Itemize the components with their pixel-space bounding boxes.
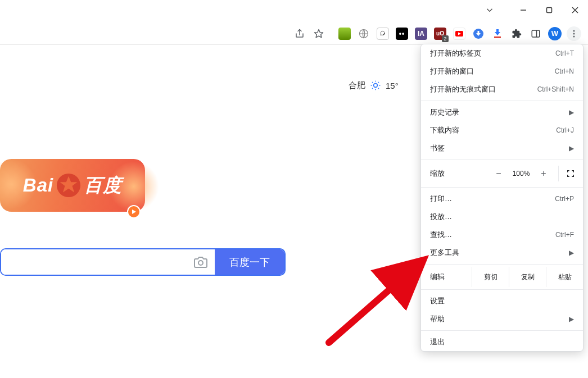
svg-point-30 <box>198 261 203 265</box>
menu-downloads[interactable]: 下载内容 Ctrl+J <box>421 121 583 139</box>
baidu-logo[interactable]: Bai 百度 <box>0 159 145 212</box>
chevron-right-icon: ▶ <box>569 315 574 323</box>
profile-avatar[interactable]: W <box>548 26 562 41</box>
chevron-right-icon: ▶ <box>569 108 574 116</box>
camera-icon[interactable] <box>187 249 215 275</box>
menu-label: 编辑 <box>421 267 472 287</box>
bookmark-star-icon[interactable] <box>311 26 326 41</box>
svg-point-18 <box>374 84 378 88</box>
menu-new-tab[interactable]: 打开新的标签页 Ctrl+T <box>421 44 583 62</box>
fullscreen-button[interactable] <box>558 166 576 181</box>
maximize-button[interactable] <box>536 0 562 20</box>
play-icon[interactable] <box>127 205 141 218</box>
menu-new-incognito[interactable]: 打开新的无痕式窗口 Ctrl+Shift+N <box>421 80 583 98</box>
extensions-puzzle-icon[interactable] <box>509 26 524 41</box>
svg-point-17 <box>573 35 575 37</box>
zoom-out-button[interactable]: − <box>490 166 508 181</box>
menu-zoom: 缩放 − 100% + <box>421 162 583 185</box>
menu-label: 查找… <box>430 230 452 240</box>
menu-separator <box>421 187 583 188</box>
extension-ublock-icon[interactable]: uO2 <box>433 26 447 41</box>
extension-download-circle-icon[interactable] <box>471 26 486 41</box>
weather-widget[interactable]: 合肥 15° <box>349 80 399 91</box>
menu-more-tools[interactable]: 更多工具 ▶ <box>421 244 583 262</box>
menu-separator <box>421 289 583 290</box>
extension-download-arrow-icon[interactable] <box>490 26 505 41</box>
minimize-button[interactable] <box>510 0 536 20</box>
menu-settings[interactable]: 设置 <box>421 292 583 310</box>
edit-paste-button[interactable]: 粘贴 <box>546 267 583 287</box>
browser-toolbar: •• IA uO2 W <box>0 22 588 45</box>
star-icon <box>56 172 82 198</box>
menu-label: 书签 <box>430 143 445 153</box>
menu-shortcut: Ctrl+T <box>555 49 574 57</box>
menu-help[interactable]: 帮助 ▶ <box>421 310 583 328</box>
more-menu-button[interactable] <box>567 26 581 41</box>
browser-main-menu: 打开新的标签页 Ctrl+T 打开新的窗口 Ctrl+N 打开新的无痕式窗口 C… <box>420 44 584 352</box>
extension-globe-icon[interactable] <box>356 26 371 41</box>
menu-shortcut: Ctrl+P <box>555 195 574 203</box>
menu-shortcut: Ctrl+J <box>556 126 574 134</box>
menu-label: 帮助 <box>430 314 445 324</box>
menu-shortcut: Ctrl+F <box>555 231 574 239</box>
extension-ia-icon[interactable]: IA <box>414 26 428 41</box>
menu-label: 下载内容 <box>430 125 459 135</box>
menu-exit[interactable]: 退出 <box>421 333 583 351</box>
menu-label: 退出 <box>430 337 445 347</box>
chevron-right-icon: ▶ <box>569 249 574 257</box>
menu-label: 打印… <box>430 194 452 204</box>
svg-rect-1 <box>547 8 552 13</box>
window-controls <box>477 0 588 20</box>
baidu-logo-right: 百度 <box>84 173 122 198</box>
menu-label: 更多工具 <box>430 248 459 258</box>
sun-icon <box>370 80 381 91</box>
svg-line-32 <box>329 264 419 343</box>
side-panel-icon[interactable] <box>528 26 543 41</box>
baidu-logo-left: Bai <box>23 175 53 196</box>
share-icon[interactable] <box>292 26 307 41</box>
menu-separator <box>421 101 583 101</box>
extension-badge: 2 <box>442 35 449 42</box>
svg-marker-29 <box>132 210 136 214</box>
menu-label: 打开新的窗口 <box>430 66 474 76</box>
menu-history[interactable]: 历史记录 ▶ <box>421 103 583 121</box>
search-input[interactable] <box>1 249 187 275</box>
extension-youtube-icon[interactable] <box>452 26 467 41</box>
menu-label: 设置 <box>430 296 445 306</box>
menu-shortcut: Ctrl+N <box>555 67 574 75</box>
svg-rect-13 <box>532 30 540 37</box>
menu-new-window[interactable]: 打开新的窗口 Ctrl+N <box>421 62 583 80</box>
svg-line-25 <box>372 88 373 89</box>
menu-print[interactable]: 打印… Ctrl+P <box>421 190 583 208</box>
svg-line-22 <box>378 88 379 89</box>
menu-edit: 编辑 剪切 复制 粘贴 <box>421 267 583 287</box>
tab-dropdown-button[interactable] <box>477 0 503 20</box>
search-button[interactable]: 百度一下 <box>215 249 284 275</box>
svg-marker-5 <box>315 29 323 37</box>
extension-chat-icon[interactable] <box>376 26 390 41</box>
extension-gallery-icon[interactable] <box>337 26 352 41</box>
edit-cut-button[interactable]: 剪切 <box>472 267 509 287</box>
svg-rect-12 <box>494 37 501 38</box>
edit-copy-button[interactable]: 复制 <box>509 267 546 287</box>
menu-label: 打开新的无痕式窗口 <box>430 84 496 94</box>
extension-dots-icon[interactable]: •• <box>395 26 409 41</box>
svg-marker-11 <box>495 29 500 35</box>
menu-cast[interactable]: 投放… <box>421 208 583 226</box>
weather-temp: 15° <box>386 81 399 90</box>
svg-point-16 <box>573 33 575 34</box>
search-bar: 百度一下 <box>0 248 286 276</box>
zoom-in-button[interactable]: + <box>535 166 553 181</box>
menu-find[interactable]: 查找… Ctrl+F <box>421 226 583 244</box>
zoom-value: 100% <box>508 170 535 177</box>
svg-line-21 <box>372 82 373 83</box>
menu-label: 缩放 <box>430 168 490 179</box>
menu-separator <box>421 264 583 265</box>
close-window-button[interactable] <box>562 0 588 20</box>
menu-bookmarks[interactable]: 书签 ▶ <box>421 139 583 157</box>
chevron-right-icon: ▶ <box>569 144 574 152</box>
menu-shortcut: Ctrl+Shift+N <box>537 85 574 93</box>
menu-separator <box>421 330 583 331</box>
menu-label: 投放… <box>430 212 452 222</box>
svg-point-15 <box>573 30 575 31</box>
